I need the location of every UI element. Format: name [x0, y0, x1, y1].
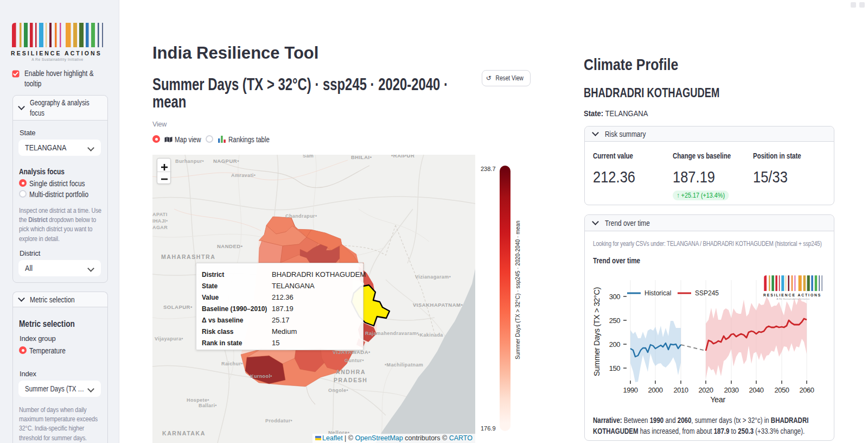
svg-text:2060: 2060 — [800, 386, 814, 394]
svg-text:2000: 2000 — [648, 386, 663, 394]
svg-text:Raichur•: Raichur• — [221, 361, 243, 366]
svg-text:MAHARASHTRA: MAHARASHTRA — [161, 254, 215, 260]
svg-text:RESILIENCE ACTIONS: RESILIENCE ACTIONS — [763, 293, 821, 297]
svg-text:BHILAI•: BHILAI• — [351, 155, 372, 160]
svg-text:IHAJI•: IHAJI• — [152, 218, 168, 224]
svg-text:Vizianagaram•: Vizianagaram• — [415, 274, 451, 280]
svg-text:150: 150 — [609, 364, 620, 372]
svg-text:•Machilipatnam: •Machilipatnam — [385, 362, 423, 368]
svg-text:2020: 2020 — [699, 386, 713, 394]
svg-text:Chandrapur•: Chandrapur• — [285, 213, 317, 219]
svg-text:KARNATAKA: KARNATAKA — [162, 430, 206, 436]
svg-text:Hospete•: Hospete• — [187, 397, 209, 403]
svg-text:Kurnool•: Kurnool• — [250, 374, 272, 379]
svg-text:250: 250 — [609, 317, 620, 325]
svg-text:Year: Year — [710, 395, 725, 404]
svg-text:1990: 1990 — [623, 386, 638, 394]
svg-text:Vijayapura•: Vijayapura• — [155, 336, 183, 341]
svg-text:Historical: Historical — [644, 289, 671, 297]
svg-text:300: 300 — [609, 293, 620, 301]
svg-text:SSP245: SSP245 — [695, 289, 719, 297]
svg-text:Burhanpur•: Burhanpur• — [175, 159, 204, 164]
svg-text:VISAKHAPATNAM•: VISAKHAPATNAM• — [413, 302, 463, 308]
svg-text:Sam: Sam — [303, 155, 314, 159]
svg-text:2040: 2040 — [749, 386, 764, 394]
svg-text:APATI: APATI — [152, 212, 168, 217]
svg-text:2010: 2010 — [674, 386, 688, 394]
svg-text:SOLAPUR•: SOLAPUR• — [163, 304, 193, 310]
svg-text:Proddatur•: Proddatur• — [265, 418, 292, 423]
svg-text:AGAR: AGAR — [152, 225, 168, 230]
svg-text:Summer Days (TX > 32°C): Summer Days (TX > 32°C) — [592, 287, 601, 376]
svg-text:200: 200 — [609, 340, 620, 349]
svg-text:PRADESH: PRADESH — [334, 377, 368, 383]
svg-text:RESILIENCE ACTIONS: RESILIENCE ACTIONS — [11, 50, 102, 56]
svg-text:Ongole•: Ongole• — [328, 388, 348, 393]
svg-text:NAGPUR•: NAGPUR• — [213, 158, 239, 164]
svg-text:ANDHRA: ANDHRA — [336, 369, 366, 375]
svg-text:2030: 2030 — [724, 386, 739, 394]
svg-text:Guntur•: Guntur• — [344, 358, 364, 363]
svg-text:2050: 2050 — [775, 386, 789, 394]
svg-text:Ballari•: Ballari• — [199, 403, 217, 408]
svg-text:•Kakinada: •Kakinada — [418, 332, 443, 338]
svg-text:NANDED•: NANDED• — [217, 243, 243, 249]
svg-text:Amravati•: Amravati• — [231, 173, 256, 178]
svg-text:A Re Sustainability Initiative: A Re Sustainability Initiative — [31, 58, 84, 62]
svg-text:Rajamahendravaram•: Rajamahendravaram• — [365, 331, 419, 336]
svg-text:•RAIPUR: •RAIPUR — [391, 155, 414, 159]
svg-text:A Re Sustainability Initiative: A Re Sustainability Initiative — [777, 298, 810, 300]
